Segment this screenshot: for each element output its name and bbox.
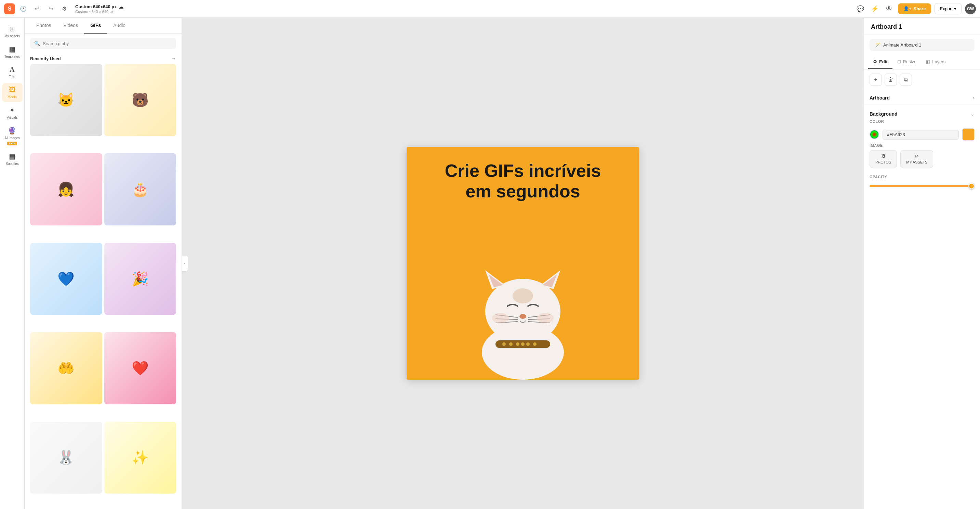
recently-used-label: Recently Used [30,56,61,61]
visuals-icon: ✦ [9,106,15,114]
text-icon: A [10,66,14,73]
photos-button[interactable]: 🖼 PHOTOS [870,150,897,168]
settings-button[interactable]: ⚙ [59,3,70,14]
search-input[interactable] [43,41,172,46]
lightning-button[interactable]: ⚡ [869,3,880,14]
export-button[interactable]: Export ▾ [934,3,961,14]
history-icon: 🕐 [20,5,27,12]
canvas-text: Crie GIFs incríveis em segundos [431,161,615,202]
avatar[interactable]: GW [965,3,976,14]
girl-gif-preview: 👧 [57,181,75,197]
tab-videos[interactable]: Videos [57,18,84,34]
tab-gifs[interactable]: GIFs [84,18,107,34]
bday-gif-preview: 🎂 [132,181,149,197]
svg-point-16 [516,342,519,346]
artboard-section-label: Artboard [870,95,890,101]
gif-item-hearts[interactable]: ❤️ [104,332,177,404]
panel-tabs: Photos Videos GIFs Audio [25,18,181,34]
svg-point-14 [502,342,506,346]
svg-point-15 [509,342,512,346]
gif-grid: 🐱 🐻 👧 🎂 💙 🎉 🤲 ❤️ [25,64,181,509]
layers-icon: ◧ [926,59,930,64]
gif-item-yellow[interactable]: ✨ [104,422,177,494]
color-hex-value[interactable]: #F5A623 [883,130,959,140]
main-layout: ⊞ My assets ▦ Templates A Text 🖼 Media ✦… [0,18,980,509]
add-layer-button[interactable]: + [870,73,882,86]
opacity-slider[interactable] [870,185,975,187]
pooh-gif-preview: 🐻 [132,92,149,108]
search-box: 🔍 [30,38,176,49]
topbar: S 🕐 ↩ ↪ ⚙ Custom 640x640 px ☁ Custom • 6… [0,0,980,18]
gif-item-bunny[interactable]: 🐰 [30,422,102,494]
hearts-gif-preview: ❤️ [132,360,149,376]
opacity-label: OPACITY [864,172,980,181]
preview-icon: 👁 [886,5,892,12]
canvas: Crie GIFs incríveis em segundos [407,147,639,380]
stitch-gif-preview: 💙 [57,271,75,287]
gif-item-cat[interactable]: 🐱 [30,64,102,136]
svg-point-21 [492,313,509,323]
color-swatch[interactable] [962,128,975,140]
app-logo[interactable]: S [4,3,15,14]
history-button[interactable]: 🕐 [18,3,29,14]
gif-item-birthday-text[interactable]: 🎉 [104,243,177,315]
action-buttons: + 🗑 ⧉ [864,69,980,90]
opacity-slider-row [864,181,980,194]
yellow-gif-preview: ✨ [132,450,149,466]
search-area: 🔍 [25,34,181,53]
gif-item-girl[interactable]: 👧 [30,153,102,225]
my-assets-button[interactable]: 🗂 MY ASSETS [900,150,933,168]
divider [864,105,980,105]
trash-icon: 🗑 [888,77,894,83]
svg-point-20 [512,288,533,303]
image-buttons: 🖼 PHOTOS 🗂 MY ASSETS [864,150,980,172]
preview-button[interactable]: 👁 [884,3,894,14]
gif-item-bday[interactable]: 🎂 [104,153,177,225]
search-icon: 🔍 [34,41,40,46]
background-chevron[interactable]: ⌄ [970,111,975,116]
sidebar-item-my-assets[interactable]: ⊞ My assets [2,22,22,41]
tab-photos[interactable]: Photos [30,18,57,34]
tab-edit[interactable]: ⚙ Edit [868,55,892,69]
chat-button[interactable]: 💬 [855,3,866,14]
wand-icon: 🪄 [875,42,880,48]
panel-collapse-button[interactable]: ‹ [182,255,188,271]
chevron-down-icon: ▾ [954,6,956,11]
recently-used-arrow[interactable]: → [171,56,176,61]
beta-badge: BETA [7,142,17,145]
tab-audio[interactable]: Audio [107,18,132,34]
sidebar-item-text[interactable]: A Text [2,63,22,82]
plus-icon: + [874,77,877,83]
sidebar-item-templates[interactable]: ▦ Templates [2,42,22,62]
sidebar-item-ai-images[interactable]: 🔮 AI Images BETA [2,124,22,148]
color-picker-button[interactable] [870,130,879,139]
tab-resize[interactable]: ⊡ Resize [892,55,921,69]
tab-layers[interactable]: ◧ Layers [921,55,950,69]
delete-layer-button[interactable]: 🗑 [885,73,897,86]
animate-artboard-button[interactable]: 🪄 Animate Artboard 1 [870,39,975,51]
right-tabs: ⚙ Edit ⊡ Resize ◧ Layers [864,55,980,69]
svg-point-18 [526,342,530,346]
svg-point-19 [533,342,536,346]
gif-item-stitch[interactable]: 💙 [30,243,102,315]
artboard-chevron[interactable]: › [973,95,975,101]
resize-icon: ⊡ [897,59,901,64]
redo-button[interactable]: ↪ [45,3,56,14]
share-button[interactable]: 👤+ Share [898,3,931,14]
background-section-row: Background ⌄ [864,106,980,120]
duplicate-layer-button[interactable]: ⧉ [900,73,912,86]
svg-point-17 [521,342,525,346]
my-assets-icon: 🗂 [915,154,919,158]
undo-button[interactable]: ↩ [32,3,42,14]
hands-gif-preview: 🤲 [57,360,75,376]
gif-item-pooh[interactable]: 🐻 [104,64,177,136]
chat-icon: 💬 [857,5,864,13]
right-sidebar-header: Artboard 1 [864,18,980,35]
sidebar-item-visuals[interactable]: ✦ Visuals [2,103,22,123]
sidebar-item-subtitles[interactable]: ▤ Subtitles [2,150,22,169]
gif-item-hands[interactable]: 🤲 [30,332,102,404]
sidebar-item-media[interactable]: 🖼 Media [2,83,22,102]
artboard-section-row: Artboard › [864,90,980,103]
topbar-right: 💬 ⚡ 👁 👤+ Share Export ▾ GW [855,3,976,14]
subtitles-icon: ▤ [9,152,15,160]
